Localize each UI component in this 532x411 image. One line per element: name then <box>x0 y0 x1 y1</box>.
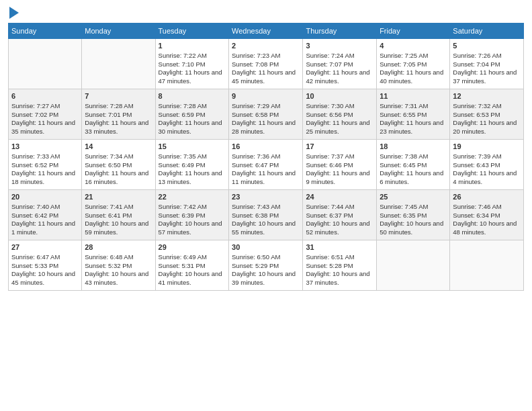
sunrise-text: Sunrise: 7:28 AM <box>85 102 152 111</box>
daylight-text: Daylight: 11 hours and 1 minute. <box>11 220 79 237</box>
page-container: SundayMondayTuesdayWednesdayThursdayFrid… <box>0 0 532 296</box>
calendar-day-cell: 5Sunrise: 7:26 AMSunset: 7:04 PMDaylight… <box>450 39 524 89</box>
sunset-text: Sunset: 6:58 PM <box>232 111 300 120</box>
sunset-text: Sunset: 7:08 PM <box>232 60 300 69</box>
sunset-text: Sunset: 6:34 PM <box>453 212 521 220</box>
sunset-text: Sunset: 6:42 PM <box>11 212 79 220</box>
sunrise-text: Sunrise: 7:39 AM <box>453 152 521 161</box>
sunset-text: Sunset: 7:07 PM <box>306 60 373 69</box>
day-number: 12 <box>453 91 521 101</box>
calendar-day-cell: 29Sunrise: 6:49 AMSunset: 5:31 PMDayligh… <box>155 240 228 291</box>
calendar-day-cell: 9Sunrise: 7:29 AMSunset: 6:58 PMDaylight… <box>229 89 303 140</box>
sunset-text: Sunset: 6:47 PM <box>232 161 300 170</box>
daylight-text: Daylight: 10 hours and 41 minutes. <box>159 270 226 287</box>
day-number: 25 <box>380 192 447 202</box>
sunrise-text: Sunrise: 7:38 AM <box>380 152 447 161</box>
daylight-text: Daylight: 10 hours and 45 minutes. <box>11 270 79 287</box>
sunset-text: Sunset: 6:50 PM <box>85 161 152 170</box>
daylight-text: Daylight: 10 hours and 39 minutes. <box>232 270 300 287</box>
calendar-day-cell: 3Sunrise: 7:24 AMSunset: 7:07 PMDaylight… <box>303 39 377 89</box>
day-number: 9 <box>232 91 300 101</box>
sunrise-text: Sunrise: 7:31 AM <box>380 102 447 111</box>
calendar-day-cell: 28Sunrise: 6:48 AMSunset: 5:32 PMDayligh… <box>82 240 155 291</box>
calendar-day-cell: 8Sunrise: 7:28 AMSunset: 6:59 PMDaylight… <box>155 89 228 140</box>
daylight-text: Daylight: 11 hours and 16 minutes. <box>85 169 152 187</box>
sunrise-text: Sunrise: 7:32 AM <box>453 102 521 111</box>
sunset-text: Sunset: 6:56 PM <box>306 111 373 120</box>
sunrise-text: Sunrise: 7:23 AM <box>232 52 300 60</box>
day-number: 27 <box>11 242 79 253</box>
calendar-day-cell: 25Sunrise: 7:45 AMSunset: 6:35 PMDayligh… <box>377 190 450 240</box>
day-number: 6 <box>11 91 79 101</box>
sunset-text: Sunset: 6:38 PM <box>232 212 300 220</box>
sunset-text: Sunset: 6:41 PM <box>85 212 152 220</box>
calendar-day-cell: 2Sunrise: 7:23 AMSunset: 7:08 PMDaylight… <box>229 39 303 89</box>
calendar-day-cell <box>377 240 450 291</box>
sunrise-text: Sunrise: 7:34 AM <box>85 152 152 161</box>
day-of-week-header: Tuesday <box>155 24 228 39</box>
day-number: 1 <box>159 41 226 51</box>
sunrise-text: Sunrise: 7:28 AM <box>159 102 226 111</box>
logo-arrow-icon <box>9 7 19 19</box>
sunrise-text: Sunrise: 7:37 AM <box>306 152 373 161</box>
calendar-day-cell: 17Sunrise: 7:37 AMSunset: 6:46 PMDayligh… <box>303 140 377 190</box>
logo <box>8 7 19 17</box>
sunrise-text: Sunrise: 7:42 AM <box>159 203 226 212</box>
sunset-text: Sunset: 5:31 PM <box>159 262 226 271</box>
sunrise-text: Sunrise: 6:50 AM <box>232 253 300 262</box>
day-number: 30 <box>232 242 300 253</box>
daylight-text: Daylight: 11 hours and 18 minutes. <box>11 169 79 187</box>
calendar-week-row: 1Sunrise: 7:22 AMSunset: 7:10 PMDaylight… <box>9 39 524 89</box>
sunrise-text: Sunrise: 6:51 AM <box>306 253 373 262</box>
daylight-text: Daylight: 11 hours and 42 minutes. <box>306 68 373 86</box>
day-number: 29 <box>159 242 226 253</box>
calendar-day-cell: 24Sunrise: 7:44 AMSunset: 6:37 PMDayligh… <box>303 190 377 240</box>
day-number: 23 <box>232 192 300 202</box>
sunrise-text: Sunrise: 7:36 AM <box>232 152 300 161</box>
sunset-text: Sunset: 6:39 PM <box>159 212 226 220</box>
daylight-text: Daylight: 10 hours and 43 minutes. <box>85 270 152 287</box>
daylight-text: Daylight: 11 hours and 11 minutes. <box>232 169 300 187</box>
calendar-day-cell: 12Sunrise: 7:32 AMSunset: 6:53 PMDayligh… <box>450 89 524 140</box>
day-of-week-header: Saturday <box>450 24 524 39</box>
sunrise-text: Sunrise: 7:44 AM <box>306 203 373 212</box>
calendar-day-cell: 27Sunrise: 6:47 AMSunset: 5:33 PMDayligh… <box>9 240 82 291</box>
calendar-day-cell: 10Sunrise: 7:30 AMSunset: 6:56 PMDayligh… <box>303 89 377 140</box>
sunset-text: Sunset: 6:52 PM <box>11 161 79 170</box>
day-number: 5 <box>453 41 521 51</box>
sunrise-text: Sunrise: 7:26 AM <box>453 52 521 60</box>
calendar-day-cell: 4Sunrise: 7:25 AMSunset: 7:05 PMDaylight… <box>377 39 450 89</box>
day-number: 15 <box>159 142 226 152</box>
daylight-text: Daylight: 11 hours and 45 minutes. <box>232 68 300 86</box>
daylight-text: Daylight: 10 hours and 37 minutes. <box>306 270 373 287</box>
calendar-week-row: 13Sunrise: 7:33 AMSunset: 6:52 PMDayligh… <box>9 140 524 190</box>
day-number: 21 <box>85 192 152 202</box>
day-of-week-header: Wednesday <box>229 24 303 39</box>
daylight-text: Daylight: 11 hours and 13 minutes. <box>159 169 226 187</box>
sunset-text: Sunset: 5:28 PM <box>306 262 373 271</box>
sunset-text: Sunset: 7:01 PM <box>85 111 152 120</box>
calendar-day-cell: 1Sunrise: 7:22 AMSunset: 7:10 PMDaylight… <box>155 39 228 89</box>
daylight-text: Daylight: 11 hours and 47 minutes. <box>159 68 226 86</box>
sunset-text: Sunset: 7:02 PM <box>11 111 79 120</box>
day-number: 28 <box>85 242 152 253</box>
calendar-day-cell: 30Sunrise: 6:50 AMSunset: 5:29 PMDayligh… <box>229 240 303 291</box>
calendar-day-cell: 22Sunrise: 7:42 AMSunset: 6:39 PMDayligh… <box>155 190 228 240</box>
sunrise-text: Sunrise: 7:29 AM <box>232 102 300 111</box>
daylight-text: Daylight: 11 hours and 30 minutes. <box>159 119 226 136</box>
calendar-day-cell: 19Sunrise: 7:39 AMSunset: 6:43 PMDayligh… <box>450 140 524 190</box>
sunrise-text: Sunrise: 7:22 AM <box>159 52 226 60</box>
day-number: 13 <box>11 142 79 152</box>
calendar-table: SundayMondayTuesdayWednesdayThursdayFrid… <box>8 23 524 291</box>
daylight-text: Daylight: 11 hours and 37 minutes. <box>453 68 521 86</box>
calendar-day-cell: 14Sunrise: 7:34 AMSunset: 6:50 PMDayligh… <box>82 140 155 190</box>
sunrise-text: Sunrise: 7:24 AM <box>306 52 373 60</box>
daylight-text: Daylight: 10 hours and 52 minutes. <box>306 220 373 237</box>
daylight-text: Daylight: 11 hours and 35 minutes. <box>11 119 79 136</box>
calendar-day-cell: 26Sunrise: 7:46 AMSunset: 6:34 PMDayligh… <box>450 190 524 240</box>
calendar-day-cell: 31Sunrise: 6:51 AMSunset: 5:28 PMDayligh… <box>303 240 377 291</box>
daylight-text: Daylight: 11 hours and 40 minutes. <box>380 68 447 86</box>
calendar-day-cell: 7Sunrise: 7:28 AMSunset: 7:01 PMDaylight… <box>82 89 155 140</box>
calendar-day-cell: 11Sunrise: 7:31 AMSunset: 6:55 PMDayligh… <box>377 89 450 140</box>
sunset-text: Sunset: 6:46 PM <box>306 161 373 170</box>
